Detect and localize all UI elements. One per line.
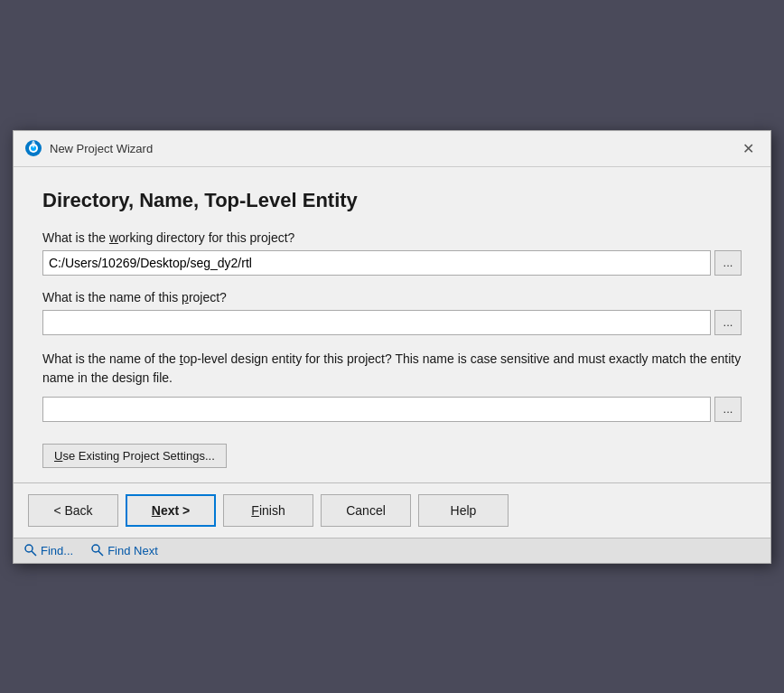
working-dir-row: ... (42, 250, 742, 276)
next-button[interactable]: Next > (126, 494, 216, 527)
titlebar-left: New Project Wizard (24, 139, 153, 157)
working-dir-input[interactable] (42, 250, 711, 276)
back-button[interactable]: < Back (28, 494, 118, 527)
find-icon (24, 544, 37, 557)
cancel-button[interactable]: Cancel (321, 494, 411, 527)
top-level-description: What is the name of the top-level design… (42, 350, 742, 388)
finish-button[interactable]: Finish (223, 494, 313, 527)
dialog-content: Directory, Name, Top-Level Entity What i… (14, 167, 770, 482)
working-dir-label: What is the working directory for this p… (42, 230, 742, 245)
project-name-label: What is the name of this project? (42, 290, 742, 304)
find-next-label: Find Next (107, 544, 158, 557)
find-label: Find... (41, 544, 73, 557)
button-bar: < Back Next > Finish Cancel Help (14, 483, 770, 538)
top-level-browse-button[interactable]: ... (714, 397, 742, 422)
use-existing-settings-button[interactable]: Use Existing Project Settings... (42, 444, 227, 468)
titlebar: New Project Wizard ✕ (14, 131, 770, 167)
svg-point-3 (25, 545, 33, 552)
help-button[interactable]: Help (418, 494, 509, 527)
project-name-input[interactable] (42, 310, 711, 335)
new-project-wizard-dialog: New Project Wizard ✕ Directory, Name, To… (13, 130, 771, 564)
find-link[interactable]: Find... (24, 544, 73, 557)
top-level-input[interactable] (42, 397, 711, 422)
project-name-browse-button[interactable]: ... (714, 310, 742, 335)
bottom-bar: Find... Find Next (14, 538, 770, 563)
svg-line-4 (32, 551, 36, 556)
top-level-row: ... (42, 397, 742, 422)
page-title: Directory, Name, Top-Level Entity (42, 189, 742, 212)
close-button[interactable]: ✕ (737, 138, 760, 159)
find-next-link[interactable]: Find Next (91, 544, 158, 557)
working-dir-browse-button[interactable]: ... (714, 250, 742, 276)
project-name-row: ... (42, 310, 742, 335)
svg-point-5 (92, 545, 99, 552)
titlebar-title: New Project Wizard (50, 142, 153, 155)
app-icon (24, 139, 42, 157)
find-next-icon (91, 544, 104, 557)
svg-line-6 (98, 551, 103, 556)
